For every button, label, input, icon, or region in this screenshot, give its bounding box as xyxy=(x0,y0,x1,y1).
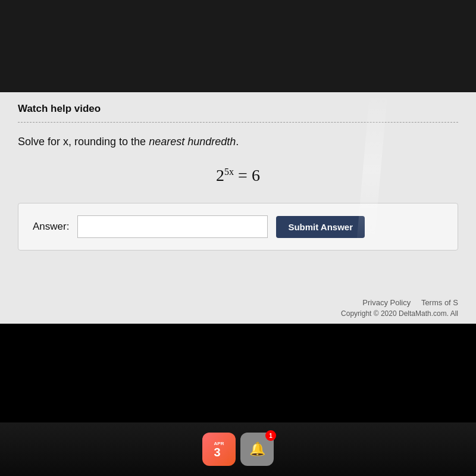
top-bar xyxy=(0,0,476,92)
equation-base: 2 xyxy=(216,166,224,184)
divider xyxy=(18,122,458,123)
answer-area: Answer: Submit Answer xyxy=(18,203,458,250)
answer-input[interactable] xyxy=(77,215,268,238)
footer-area: Privacy Policy Terms of S Copyright © 20… xyxy=(0,250,476,324)
main-content: Watch help video Solve for x, rounding t… xyxy=(0,92,476,250)
problem-end: . xyxy=(236,136,239,148)
equation-exponent: 5x xyxy=(224,167,234,177)
equation: 25x = 6 xyxy=(18,166,458,185)
submit-button[interactable]: Submit Answer xyxy=(276,216,365,238)
problem-emphasis: nearest hundredth xyxy=(149,136,236,148)
footer-links: Privacy Policy Terms of S xyxy=(18,298,458,307)
answer-label: Answer: xyxy=(33,221,69,233)
dock-area: APR 3 🔔 1 xyxy=(0,422,476,476)
problem-text: Solve for x, rounding to the nearest hun… xyxy=(18,136,458,148)
notification-badge: 1 xyxy=(265,430,276,441)
screen: Watch help video Solve for x, rounding t… xyxy=(0,0,476,476)
privacy-policy-link[interactable]: Privacy Policy xyxy=(362,298,411,307)
footer-copyright: Copyright © 2020 DeltaMath.com. All xyxy=(18,309,458,318)
watch-help-link[interactable]: Watch help video xyxy=(18,103,458,115)
terms-link[interactable]: Terms of S xyxy=(421,298,458,307)
dock-notification-wrapper: 🔔 1 xyxy=(240,433,274,466)
dock-notification-icon[interactable]: 🔔 1 xyxy=(240,433,274,466)
dock-calendar-icon[interactable]: APR 3 xyxy=(202,433,236,466)
calendar-content: APR 3 xyxy=(214,441,224,458)
equation-equals: = 6 xyxy=(238,166,260,184)
dock-calendar-wrapper: APR 3 xyxy=(202,433,236,466)
problem-intro: Solve for x, rounding to the xyxy=(18,136,149,148)
calendar-day: 3 xyxy=(214,446,224,458)
